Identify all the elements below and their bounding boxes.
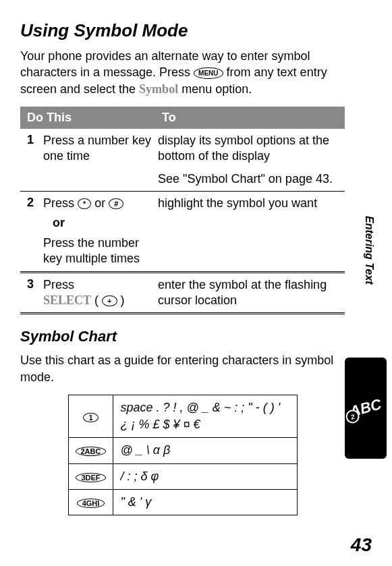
page-number: 43 <box>351 534 372 556</box>
key-1-icon: 1 <box>83 413 98 422</box>
step-result: highlight the symbol you want <box>155 192 345 273</box>
symbol-row: 4GHI " & ' γ <box>68 489 297 515</box>
symbol-row: 2ABC @ _ \ α β <box>68 438 297 463</box>
result-text-2: See "Symbol Chart" on page 43. <box>158 172 333 186</box>
action-text-a: Press <box>43 196 78 210</box>
symbol-chart-heading: Symbol Chart <box>20 328 345 345</box>
intro-symbol-word: Symbol <box>139 82 178 96</box>
chart-intro: Use this chart as a guide for entering c… <box>20 352 345 385</box>
menu-key-icon: MENU <box>194 67 223 80</box>
table-row: 2 Press * or # or Press the number key m… <box>20 192 345 273</box>
abc-badge: ABC 2 <box>348 395 384 420</box>
symbol-key-cell: 3DEF <box>68 463 113 489</box>
header-to: To <box>155 107 345 129</box>
step-action: Press SELECT ( + ) <box>40 272 155 314</box>
symbol-key-cell: 1 <box>68 395 113 438</box>
symbol-chart-table: 1 space . ? ! , @ _ & ~ : ; " - ( ) ' ¿ … <box>68 395 298 515</box>
star-key-icon: * <box>78 198 91 209</box>
table-row: 1 Press a number key one time display it… <box>20 129 345 192</box>
key-2-icon: 2ABC <box>76 447 107 456</box>
table-row: 3 Press SELECT ( + ) enter the symbol at… <box>20 272 345 314</box>
step-number: 1 <box>20 129 40 192</box>
step-action: Press * or # or Press the number key mul… <box>40 192 155 273</box>
page-heading: Using Symbol Mode <box>20 20 345 41</box>
hash-key-icon: # <box>109 198 123 209</box>
step-number: 3 <box>20 272 40 314</box>
action-text-c: Press the number key multiple times <box>43 236 140 265</box>
result-text-1: display its symbol options at the bottom… <box>158 134 329 163</box>
paren-close: ) <box>121 293 125 307</box>
table-header: Do This To <box>20 107 345 129</box>
key-4-icon: 4GHI <box>77 499 105 508</box>
key-3-icon: 3DEF <box>76 473 105 482</box>
instruction-table: Do This To 1 Press a number key one time… <box>20 107 345 315</box>
action-text-b: or <box>94 196 109 210</box>
header-do-this: Do This <box>20 107 155 129</box>
symbol-chars: @ _ \ α β <box>113 438 297 463</box>
symbol-key-cell: 2ABC <box>68 438 113 463</box>
symbol-row: 3DEF / : ; δ φ <box>68 463 297 489</box>
intro-text-3: menu option. <box>181 82 252 96</box>
side-badge-box: ABC 2 <box>345 358 387 459</box>
symbol-chars: / : ; δ φ <box>113 463 297 489</box>
step-action: Press a number key one time <box>40 129 155 192</box>
intro-paragraph: Your phone provides an alternate way to … <box>20 48 345 97</box>
symbol-chars: " & ' γ <box>113 489 297 515</box>
or-label: or <box>53 215 152 231</box>
side-tab-label: Entering Text <box>363 216 375 285</box>
softkey-icon: + <box>102 295 117 306</box>
paren-open: ( <box>94 293 99 307</box>
select-label: SELECT <box>43 293 91 307</box>
step-result: display its symbol options at the bottom… <box>155 129 345 192</box>
symbol-chars: space . ? ! , @ _ & ~ : ; " - ( ) ' ¿ ¡ … <box>113 395 297 438</box>
step-number: 2 <box>20 192 40 273</box>
step-result: enter the symbol at the flashing cursor … <box>155 272 345 314</box>
symbol-key-cell: 4GHI <box>68 489 113 515</box>
symbol-row: 1 space . ? ! , @ _ & ~ : ; " - ( ) ' ¿ … <box>68 395 297 438</box>
action-text-a: Press <box>43 278 74 291</box>
